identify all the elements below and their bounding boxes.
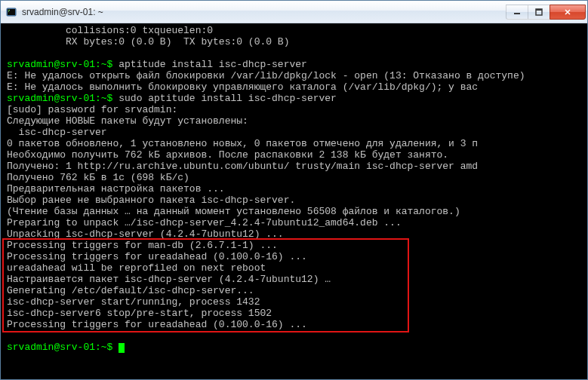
svg-rect-2 (8, 10, 10, 11)
command-text (112, 342, 119, 353)
terminal-line: isc-dhcp-server (7, 127, 583, 138)
terminal-line: 0 пакетов обновлено, 1 установлено новых… (7, 138, 583, 149)
terminal-line: Следующие НОВЫЕ пакеты будут установлены… (7, 115, 583, 127)
terminal-line: Processing triggers for man-db (2.6.7.1-… (7, 240, 583, 251)
terminal-line: [sudo] password for srvadmin: (7, 104, 583, 115)
terminal-line: Processing triggers for ureadahead (0.10… (7, 251, 583, 262)
terminal-line: srvadmin@srv-01:~$ aptitude install isc-… (7, 59, 583, 70)
app-icon (5, 6, 17, 18)
terminal-line: Получено 762 kБ в 1с (698 kБ/с) (7, 172, 583, 183)
command-text: aptitude install isc-dhcp-server (112, 59, 306, 70)
window-controls (506, 5, 586, 20)
terminal-line: collisions:0 txqueuelen:0 (7, 25, 583, 36)
command-text: sudo aptitude install isc-dhcp-server (112, 93, 336, 104)
terminal-line: Processing triggers for ureadahead (0.10… (7, 319, 583, 330)
terminal-line: Preparing to unpack …/isc-dhcp-server_4.… (7, 217, 583, 228)
terminal-line: Настраивается пакет isc-dhcp-server (4.2… (7, 274, 583, 285)
prompt: srvadmin@srv-01:~$ (7, 59, 112, 70)
terminal-line: Предварительная настройка пакетов ... (7, 183, 583, 195)
window-title: srvadmin@srv-01: ~ (22, 7, 506, 17)
svg-rect-4 (514, 13, 520, 14)
terminal-line: (Чтение базы данных … на данный момент у… (7, 206, 583, 217)
svg-rect-3 (8, 11, 9, 12)
maximize-button[interactable] (528, 5, 550, 20)
terminal-line: Необходимо получить 762 kБ архивов. Посл… (7, 149, 583, 161)
terminal-line (7, 48, 583, 59)
minimize-button[interactable] (506, 5, 528, 20)
terminal-line: ureadahead will be reprofiled on next re… (7, 262, 583, 274)
terminal-line: Выбор ранее не выбранного пакета isc-dhc… (7, 195, 583, 206)
cursor (119, 343, 125, 353)
titlebar[interactable]: srvadmin@srv-01: ~ (1, 1, 587, 23)
terminal-line (7, 330, 583, 342)
prompt: srvadmin@srv-01:~$ (7, 93, 112, 104)
terminal-window: srvadmin@srv-01: ~ collisions:0 txqueuel… (0, 0, 588, 380)
terminal-line: Получено: 1 http://ru.archive.ubuntu.com… (7, 161, 583, 172)
prompt: srvadmin@srv-01:~$ (7, 342, 112, 353)
terminal-output[interactable]: collisions:0 txqueuelen:0 RX bytes:0 (0.… (1, 23, 587, 379)
terminal-line: srvadmin@srv-01:~$ sudo aptitude install… (7, 93, 583, 104)
terminal-line: Unpacking isc-dhcp-server (4.2.4-7ubuntu… (7, 228, 583, 240)
terminal-line: E: Не удалось выполнить блокировку управ… (7, 81, 583, 93)
terminal-line: E: Не удалось открыть файл блокировки /v… (7, 70, 583, 81)
close-button[interactable] (550, 5, 586, 20)
terminal-line: isc-dhcp-server start/running, process 1… (7, 296, 583, 308)
terminal-line: isc-dhcp-server6 stop/pre-start, process… (7, 308, 583, 319)
terminal-line: RX bytes:0 (0.0 B) TX bytes:0 (0.0 B) (7, 36, 583, 48)
terminal-line: Generating /etc/default/isc-dhcp-server.… (7, 285, 583, 296)
svg-rect-6 (536, 9, 542, 11)
terminal-line: srvadmin@srv-01:~$ (7, 342, 583, 353)
